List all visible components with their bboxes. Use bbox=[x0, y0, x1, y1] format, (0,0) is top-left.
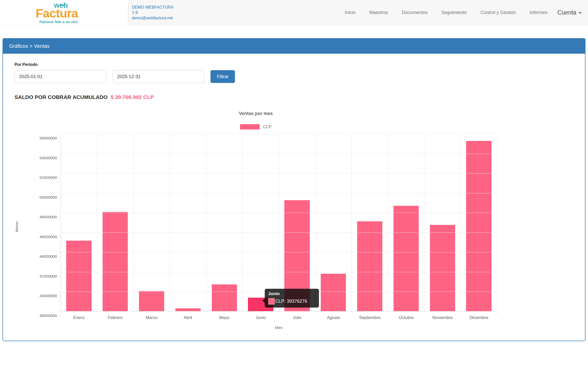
y-tick-label: 40000000 bbox=[39, 294, 57, 298]
y-tick-mark bbox=[59, 197, 61, 198]
x-tick-mark bbox=[243, 311, 279, 314]
nav-account-label: Cuenta bbox=[557, 9, 576, 16]
x-tick-label: Enero bbox=[61, 315, 97, 320]
logo-factura-text: Factura bbox=[36, 7, 78, 20]
nav-item-documentos[interactable]: Documentos bbox=[395, 0, 435, 25]
category-column-octubre bbox=[388, 134, 424, 311]
bar-mayo[interactable] bbox=[212, 284, 237, 311]
x-tick-mark bbox=[206, 311, 243, 314]
legend-label: CLP bbox=[263, 124, 271, 129]
company-rut: 1-9 bbox=[132, 10, 174, 15]
bar-octubre[interactable] bbox=[394, 206, 419, 311]
x-tick-mark bbox=[279, 311, 315, 314]
nav-account-menu[interactable]: Cuenta bbox=[554, 0, 588, 25]
plot-area: Junio CLP: 39376276 bbox=[61, 134, 497, 311]
company-name: DEMO WEBFACTURA bbox=[132, 5, 174, 10]
ventas-por-mes-chart: Ventas por mes CLP Monto 560000005400000… bbox=[15, 111, 497, 330]
category-column-julio bbox=[279, 134, 315, 311]
plot-column: Junio CLP: 39376276 EneroFebreroMarzoAbr… bbox=[61, 134, 497, 330]
x-tick-mark bbox=[424, 311, 461, 314]
saldo-line: SALDO POR COBRAR ACUMULADO $ 39.766.902 … bbox=[15, 94, 573, 100]
category-column-septiembre bbox=[352, 134, 388, 311]
x-tick-label: Marzo bbox=[133, 315, 170, 320]
category-column-marzo bbox=[134, 134, 170, 311]
x-tick-label: Mayo bbox=[206, 315, 243, 320]
x-tick-mark bbox=[315, 311, 352, 314]
tooltip-caret-icon bbox=[262, 298, 265, 303]
breadcrumb: Gráficos > Ventas bbox=[3, 39, 585, 54]
x-tick-mark bbox=[61, 311, 97, 314]
y-tick-label: 56000000 bbox=[39, 136, 57, 140]
tooltip-body: CLP: 39376276 bbox=[268, 298, 315, 305]
category-column-febrero bbox=[97, 134, 134, 311]
y-tick-label: 46000000 bbox=[39, 235, 57, 239]
panel-body: Por Periodo Filtrar SALDO POR COBRAR ACU… bbox=[3, 54, 585, 341]
company-info: DEMO WEBFACTURA 1-9 demo@webfactura.net bbox=[132, 5, 174, 21]
x-tick-mark bbox=[461, 311, 497, 314]
x-tick-label: Septiembre bbox=[352, 315, 388, 320]
y-tick-mark bbox=[59, 237, 61, 237]
x-tick-label: Abril bbox=[170, 315, 206, 320]
gridline bbox=[61, 173, 497, 173]
logo-tagline: Facturar feliz a un clic! bbox=[36, 20, 78, 24]
x-tick-mark bbox=[388, 311, 424, 314]
x-tick-label: Octubre bbox=[388, 315, 424, 320]
y-tick-mark bbox=[59, 158, 61, 158]
x-tick-label: Febrero bbox=[97, 315, 133, 320]
chart-legend[interactable]: CLP bbox=[15, 124, 497, 129]
bar-febrero[interactable] bbox=[103, 212, 128, 311]
graficos-ventas-panel: Gráficos > Ventas Por Periodo Filtrar SA… bbox=[3, 38, 585, 341]
webfactura-logo[interactable]: web Factura Facturar feliz a un clic! bbox=[36, 2, 78, 24]
date-from-input[interactable] bbox=[15, 70, 106, 83]
filter-section-label: Por Periodo bbox=[15, 62, 573, 67]
saldo-amount: $ 39.766.902 CLP bbox=[110, 94, 154, 100]
bar-diciembre[interactable] bbox=[466, 141, 491, 311]
y-tick-mark bbox=[59, 316, 61, 316]
bar-marzo[interactable] bbox=[139, 291, 164, 311]
gridline bbox=[61, 134, 497, 134]
nav-item-control-y-gesti-n[interactable]: Control y Gestión bbox=[474, 0, 523, 25]
category-column-mayo bbox=[206, 134, 243, 311]
y-tick-label: 54000000 bbox=[39, 156, 57, 160]
nav-item-maestros[interactable]: Maestros bbox=[362, 0, 395, 25]
y-tick-mark bbox=[59, 217, 61, 217]
company-email: demo@webfactura.net bbox=[132, 15, 174, 21]
category-column-diciembre bbox=[461, 134, 497, 311]
x-axis-labels: EneroFebreroMarzoAbrilMayoJunioJulioAgos… bbox=[61, 315, 497, 320]
y-tick-mark bbox=[59, 256, 61, 257]
chart-tooltip: Junio CLP: 39376276 bbox=[265, 289, 319, 308]
category-column-enero bbox=[61, 134, 97, 311]
date-to-input[interactable] bbox=[113, 70, 204, 83]
y-axis: Monto 5600000054000000520000005000000048… bbox=[15, 134, 61, 330]
nav-item-inicio[interactable]: Inicio bbox=[338, 0, 362, 25]
nav-item-seguimiento[interactable]: Seguimiento bbox=[435, 0, 474, 25]
saldo-label: SALDO POR COBRAR ACUMULADO bbox=[15, 94, 108, 100]
navbar-divider bbox=[128, 3, 128, 23]
y-axis-title: Monto bbox=[15, 221, 19, 232]
x-tick-mark bbox=[170, 311, 206, 314]
bar-septiembre[interactable] bbox=[357, 221, 382, 311]
x-tick-mark bbox=[352, 311, 388, 314]
category-column-noviembre bbox=[424, 134, 461, 311]
bar-enero[interactable] bbox=[66, 241, 91, 311]
gridline bbox=[61, 233, 497, 233]
y-tick-label: 38000000 bbox=[39, 313, 57, 318]
legend-swatch bbox=[240, 124, 260, 129]
logo-block: web Factura Facturar feliz a un clic! bbox=[0, 0, 128, 25]
bar-noviembre[interactable] bbox=[430, 225, 455, 311]
category-column-abril bbox=[170, 134, 206, 311]
x-axis-title: Mes bbox=[61, 325, 497, 330]
nav-item-informes[interactable]: Informes bbox=[523, 0, 554, 25]
category-columns bbox=[61, 134, 497, 311]
gridline bbox=[61, 272, 497, 272]
y-tick-label: 52000000 bbox=[39, 175, 57, 180]
x-axis-ticks bbox=[61, 311, 497, 314]
category-column-agosto bbox=[315, 134, 352, 311]
bar-abril[interactable] bbox=[175, 308, 201, 311]
y-tick-label: 42000000 bbox=[39, 274, 57, 279]
x-tick-label: Noviembre bbox=[424, 315, 461, 320]
tooltip-title: Junio bbox=[268, 291, 315, 296]
x-tick-mark bbox=[134, 311, 170, 314]
bar-agosto[interactable] bbox=[321, 274, 346, 311]
filtrar-button[interactable]: Filtrar bbox=[211, 70, 235, 83]
